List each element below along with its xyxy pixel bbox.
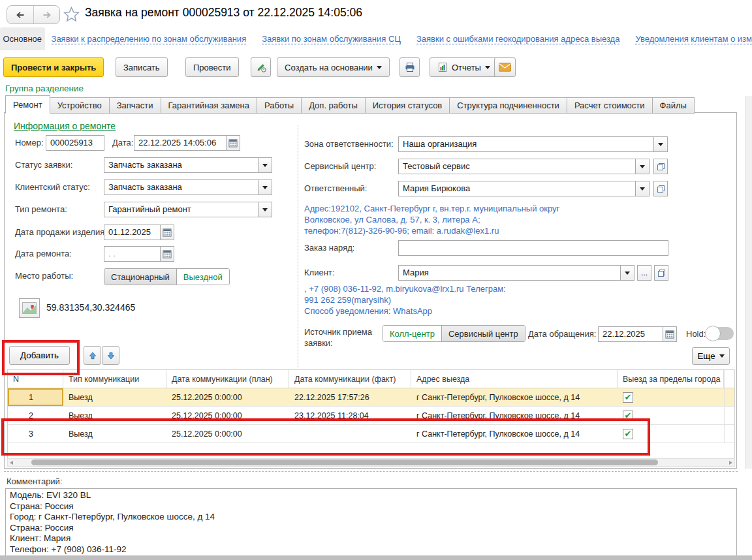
date-calendar-button[interactable] (226, 135, 240, 151)
nav-link-geocoding-errors[interactable]: Заявки с ошибками геокодирования адреса … (416, 34, 619, 44)
intake-source-option-call-center[interactable]: Колл-центр (383, 326, 441, 341)
edit-button[interactable] (251, 57, 271, 77)
service-center-dropdown-button[interactable] (635, 159, 650, 174)
work-place-option-stationary[interactable]: Стационарный (104, 269, 176, 285)
hold-label: Hold: (686, 329, 706, 339)
table-row-3[interactable]: 3 Выезд 25.12.2025 0:00:00 г Санкт-Петер… (8, 425, 734, 443)
vertical-scrollbar-track[interactable] (745, 96, 752, 469)
intake-source-option-service-center[interactable]: Сервисный центр (441, 326, 525, 341)
move-down-button[interactable] (102, 346, 119, 365)
client-dropdown-button[interactable] (620, 265, 634, 281)
comment-label: Комментарий: (7, 476, 63, 486)
client-status-dropdown-button[interactable] (258, 179, 272, 195)
repair-info-section-link[interactable]: Информация о ремонте (14, 121, 116, 131)
map-button[interactable] (19, 298, 40, 318)
reports-button[interactable]: Отчеты (430, 57, 498, 77)
status-input[interactable]: Запчасть заказана (104, 157, 258, 173)
chevron-down-icon (262, 208, 268, 211)
mail-button[interactable] (494, 57, 516, 77)
comment-input[interactable]: Модель: EVI 320 BL Страна: Россия Город:… (5, 488, 737, 556)
service-center-open-button[interactable] (653, 159, 668, 174)
forward-button[interactable] (33, 6, 59, 23)
request-date-input[interactable]: 22.12.2025 (598, 326, 663, 342)
client-choose-button[interactable]: ... (637, 265, 651, 281)
more-button[interactable]: Еще (692, 347, 730, 365)
out-of-city-checkbox[interactable]: ✔ (623, 429, 633, 439)
tab-files[interactable]: Файлы (652, 97, 695, 114)
chevron-down-icon (262, 164, 268, 167)
status-dropdown-button[interactable] (258, 157, 272, 173)
tab-main[interactable]: Основное (0, 27, 45, 50)
table-row-1[interactable]: 1 Выезд 25.12.2025 0:00:00 22.12.2025 17… (8, 388, 734, 407)
chevron-down-icon (719, 354, 725, 358)
responsible-open-button[interactable] (653, 181, 668, 196)
favorite-star-icon[interactable] (63, 6, 80, 24)
column-header-address[interactable]: Адрес выезда (411, 370, 618, 388)
tab-works[interactable]: Работы (257, 97, 302, 114)
tab-extra-works[interactable]: Доп. работы (301, 97, 366, 114)
out-of-city-checkbox[interactable]: ✔ (623, 392, 633, 403)
check-icon: ✔ (625, 393, 632, 401)
add-row-button[interactable]: Добавить (9, 346, 70, 365)
form-splitter[interactable] (4, 471, 738, 472)
scroll-left-icon[interactable] (10, 461, 13, 465)
toggle-knob (705, 326, 721, 341)
scroll-right-icon[interactable] (729, 461, 732, 465)
group-separation-link[interactable]: Группа разделение (5, 84, 84, 93)
tab-device[interactable]: Устройство (50, 97, 110, 114)
check-icon: ✔ (625, 429, 632, 438)
sale-date-input[interactable]: 01.12.2025 (104, 225, 161, 240)
column-header-fact-date[interactable]: Дата коммуникации (факт) (289, 370, 411, 388)
responsible-input[interactable]: Мария Бирюкова (398, 181, 636, 196)
out-of-city-checkbox[interactable]: ✔ (623, 411, 633, 421)
number-input[interactable]: 000025913 (46, 135, 104, 151)
column-header-type[interactable]: Тип коммуникации (63, 370, 166, 388)
back-button[interactable] (7, 6, 33, 23)
service-center-address-link[interactable]: Адрес:192102, Санкт-Петербург г, вн.тер.… (304, 203, 618, 236)
document-tabstrip: Ремонт Устройство Запчасти Гарантийная з… (5, 95, 694, 114)
work-order-label: Заказ наряд: (304, 243, 354, 253)
save-button[interactable]: Записать (116, 57, 168, 77)
move-up-button[interactable] (84, 346, 101, 365)
tab-cost-calculation[interactable]: Расчет стоимости (567, 97, 653, 114)
repair-type-input[interactable]: Гарантийный ремонт (104, 202, 258, 217)
post-and-close-button[interactable]: Провести и закрыть (3, 57, 104, 77)
repair-type-dropdown-button[interactable] (258, 202, 272, 217)
client-status-input[interactable]: Запчасть заказана (104, 179, 258, 195)
tab-status-history[interactable]: История статусов (365, 97, 450, 114)
column-header-plan-date[interactable]: Дата коммуникации (план) (166, 370, 289, 388)
nav-link-service-zones[interactable]: Заявки по зонам обслуживания СЦ (262, 34, 401, 44)
work-order-input[interactable] (398, 240, 668, 256)
create-based-on-button[interactable]: Создать на основании (277, 57, 390, 77)
responsibility-zone-input[interactable]: Наша организация (398, 136, 654, 152)
nav-link-distribution-zones[interactable]: Заявки к распределению по зонам обслужив… (52, 34, 247, 44)
check-icon: ✔ (625, 411, 632, 420)
date-input[interactable]: 22.12.2025 14:05:06 (134, 135, 227, 151)
client-contacts-link[interactable]: , +7 (908) 036-11-92, m.biryukova@lrx1.r… (304, 283, 618, 317)
repair-date-input[interactable]: . . (104, 246, 161, 262)
column-header-n[interactable]: N (8, 370, 63, 388)
scrollbar-thumb[interactable] (31, 459, 658, 465)
arrow-up-icon (88, 351, 97, 360)
sale-date-calendar-button[interactable] (160, 225, 174, 240)
table-row-2[interactable]: 2 Выезд 25.12.2025 0:00:00 23.12.2025 11… (8, 407, 734, 425)
tab-warranty-replacement[interactable]: Гарантийная замена (161, 97, 257, 114)
tab-repair[interactable]: Ремонт (5, 95, 50, 114)
hold-toggle[interactable] (706, 327, 734, 340)
nav-link-client-notifications[interactable]: Уведомления клиентам о изм (635, 34, 752, 44)
number-label: Номер: (15, 138, 44, 148)
horizontal-scrollbar[interactable] (7, 458, 735, 467)
work-place-option-field[interactable]: Выездной (176, 269, 229, 285)
print-button[interactable] (400, 57, 420, 77)
repair-date-calendar-button[interactable] (160, 246, 174, 262)
responsibility-zone-dropdown-button[interactable] (653, 136, 668, 152)
column-header-out-of-city[interactable]: Выезд за пределы города (618, 370, 724, 388)
tab-subordination-structure[interactable]: Структура подчиненности (449, 97, 567, 114)
client-input[interactable]: Мария (398, 265, 621, 281)
responsible-dropdown-button[interactable] (635, 181, 650, 196)
request-date-calendar-button[interactable] (663, 326, 677, 342)
post-button[interactable]: Провести (185, 57, 239, 77)
tab-spare-parts[interactable]: Запчасти (109, 97, 161, 114)
client-open-button[interactable] (654, 265, 668, 281)
service-center-input[interactable]: Тестовый сервис (398, 159, 636, 174)
